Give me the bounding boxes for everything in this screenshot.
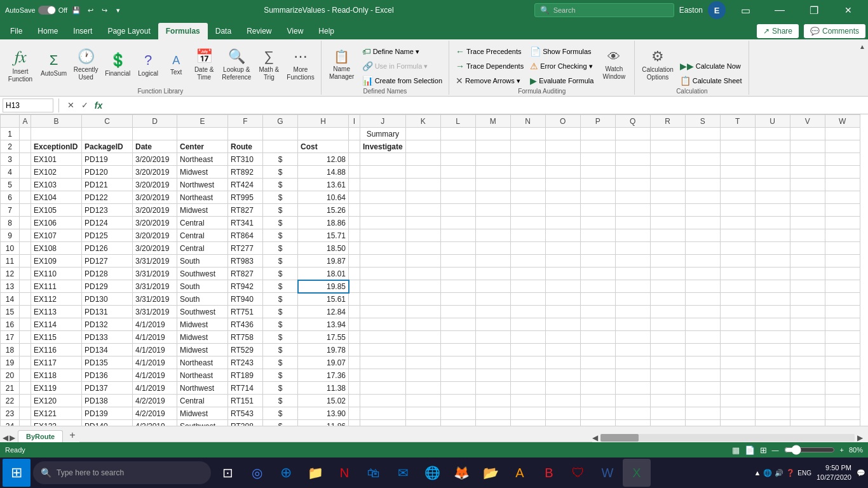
tray-up-arrow-icon[interactable]: ▲ <box>754 469 761 477</box>
insert-function-formula-button[interactable]: fx <box>92 99 105 112</box>
language-icon[interactable]: ENG <box>797 470 811 477</box>
tab-file[interactable]: File <box>3 23 30 39</box>
zoom-out-button[interactable]: — <box>772 446 779 454</box>
customize-qat-icon[interactable]: ▾ <box>113 5 123 15</box>
tab-view[interactable]: View <box>280 23 311 39</box>
firefox-button[interactable]: 🦊 <box>447 459 475 487</box>
col-header-j[interactable]: J <box>360 115 406 128</box>
close-button[interactable]: ✕ <box>834 0 863 20</box>
tab-home[interactable]: Home <box>30 23 65 39</box>
amazon-button[interactable]: A <box>506 459 534 487</box>
start-button[interactable]: ⊞ <box>3 459 31 487</box>
clock-display[interactable]: 9:50 PM 10/27/2020 <box>817 463 851 483</box>
col-header-a[interactable]: A <box>20 115 31 128</box>
collapse-ribbon-button[interactable]: ▲ <box>859 43 865 50</box>
help-icon[interactable]: ❓ <box>786 469 795 477</box>
error-checking-button[interactable]: ⚠ Error Checking ▾ <box>527 59 596 73</box>
excel-button[interactable]: X <box>623 459 651 487</box>
remove-arrows-button[interactable]: ✕ Remove Arrows ▾ <box>453 74 526 88</box>
sheet-tab-byroute[interactable]: ByRoute <box>18 430 63 442</box>
col-header-l[interactable]: L <box>440 115 475 128</box>
evaluate-formula-button[interactable]: ▶ Evaluate Formula <box>527 74 596 88</box>
define-name-button[interactable]: 🏷 Define Name ▾ <box>360 44 445 58</box>
col-header-w[interactable]: W <box>825 115 860 128</box>
mail-button[interactable]: ✉ <box>389 459 417 487</box>
financial-button[interactable]: 💲 Financial <box>102 42 133 88</box>
zoom-slider[interactable] <box>784 445 835 455</box>
bitdefender-button[interactable]: B <box>535 459 563 487</box>
normal-view-button[interactable]: ▦ <box>732 445 740 455</box>
use-in-formula-button[interactable]: 🔗 Use in Formula ▾ <box>360 59 445 73</box>
col-header-p[interactable]: P <box>580 115 615 128</box>
minimize-button[interactable]: — <box>765 0 794 20</box>
col-header-k[interactable]: K <box>405 115 440 128</box>
scroll-right-icon[interactable]: ▶ <box>857 433 863 442</box>
cancel-formula-button[interactable]: ✕ <box>64 99 77 112</box>
col-header-h[interactable]: H <box>298 115 349 128</box>
notification-icon[interactable]: 💬 <box>857 469 865 477</box>
edge-button[interactable]: ⊕ <box>272 459 300 487</box>
antivirus-button[interactable]: 🛡 <box>564 459 592 487</box>
text-button[interactable]: A Text <box>163 42 189 88</box>
page-break-view-button[interactable]: ⊞ <box>760 445 767 455</box>
formula-input[interactable] <box>107 101 865 110</box>
save-icon[interactable]: 💾 <box>71 5 81 15</box>
page-layout-view-button[interactable]: 📄 <box>745 445 755 455</box>
sheet-prev-icon[interactable]: ◀ <box>3 433 8 442</box>
col-header-u[interactable]: U <box>755 115 790 128</box>
global-search[interactable]: 🔍 Search <box>534 3 674 17</box>
tab-data[interactable]: Data <box>208 23 239 39</box>
edge-browser-button[interactable]: 🌐 <box>418 459 446 487</box>
col-header-e[interactable]: E <box>177 115 228 128</box>
comments-button[interactable]: 💬 Comments <box>804 24 865 38</box>
col-header-t[interactable]: T <box>720 115 755 128</box>
task-view-button[interactable]: ⊡ <box>214 459 241 487</box>
word-button[interactable]: W <box>593 459 621 487</box>
col-header-b[interactable]: B <box>31 115 82 128</box>
tab-page-layout[interactable]: Page Layout <box>100 23 158 39</box>
cortana-button[interactable]: ◎ <box>243 459 271 487</box>
autosum-button[interactable]: Σ AutoSum <box>38 42 69 88</box>
lookup-reference-button[interactable]: 🔍 Lookup & Reference <box>219 42 254 88</box>
create-from-selection-button[interactable]: 📊 Create from Selection <box>360 74 445 88</box>
autosave-toggle[interactable]: AutoSave Off <box>5 6 67 15</box>
confirm-formula-button[interactable]: ✓ <box>78 99 91 112</box>
scrollbar-thumb[interactable] <box>600 434 639 442</box>
user-avatar[interactable]: E <box>708 1 726 19</box>
ribbon-display-options[interactable]: ▭ <box>731 0 760 20</box>
speaker-icon[interactable]: 🔊 <box>775 469 783 477</box>
file-explorer-button[interactable]: 📁 <box>301 459 329 487</box>
cell-reference-box[interactable] <box>3 98 53 112</box>
netflix-button[interactable]: N <box>330 459 358 487</box>
network-icon[interactable]: 🌐 <box>763 469 772 477</box>
restore-button[interactable]: ❐ <box>799 0 829 20</box>
math-trig-button[interactable]: ∑ Math & Trig <box>255 42 283 88</box>
trace-dependents-button[interactable]: → Trace Dependents <box>453 59 526 73</box>
sheet-next-icon[interactable]: ▶ <box>10 433 15 442</box>
col-header-r[interactable]: R <box>650 115 685 128</box>
tab-insert[interactable]: Insert <box>65 23 100 39</box>
logical-button[interactable]: ? Logical <box>134 42 162 88</box>
calculate-sheet-button[interactable]: 📋 Calculate Sheet <box>677 74 745 88</box>
col-header-c[interactable]: C <box>82 115 133 128</box>
scroll-left-icon[interactable]: ◀ <box>592 433 598 442</box>
taskbar-search[interactable]: 🔍 Type here to search <box>33 461 211 484</box>
col-header-q[interactable]: Q <box>615 115 650 128</box>
col-header-n[interactable]: N <box>510 115 545 128</box>
zoom-in-button[interactable]: + <box>840 446 844 454</box>
col-header-d[interactable]: D <box>133 115 177 128</box>
redo-icon[interactable]: ↪ <box>99 5 109 15</box>
watch-window-button[interactable]: 👁 Watch Window <box>597 42 630 88</box>
tab-help[interactable]: Help <box>311 23 342 39</box>
insert-function-button[interactable]: 𝑓𝑥 Insert Function <box>4 42 37 88</box>
date-time-button[interactable]: 📅 Date & Time <box>190 42 218 88</box>
trace-precedents-button[interactable]: ← Trace Precedents <box>453 44 526 58</box>
summary-header-cell[interactable]: Summary <box>360 128 406 140</box>
horizontal-scrollbar[interactable] <box>600 434 855 442</box>
ms-store-button[interactable]: 🛍 <box>360 459 388 487</box>
show-formulas-button[interactable]: 📄 Show Formulas <box>527 44 596 58</box>
undo-icon[interactable]: ↩ <box>85 5 95 15</box>
col-header-v[interactable]: V <box>790 115 825 128</box>
col-header-f[interactable]: F <box>228 115 263 128</box>
col-header-g[interactable]: G <box>263 115 298 128</box>
